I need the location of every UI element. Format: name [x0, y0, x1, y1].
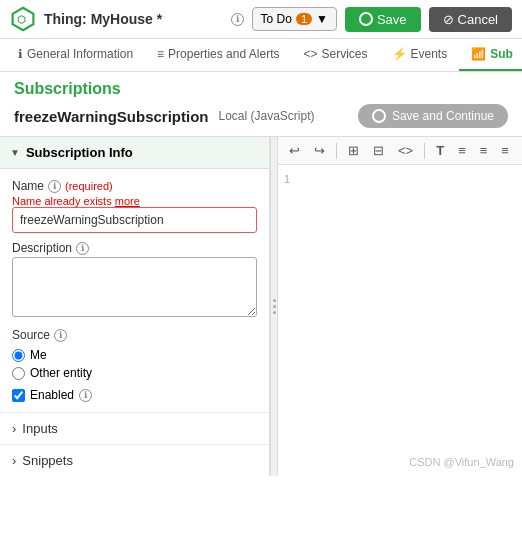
thing-logo: ⬡: [10, 6, 36, 32]
snippets-label: Snippets: [22, 453, 73, 468]
snippets-section[interactable]: › Snippets: [0, 444, 269, 476]
watermark: CSDN @Vifun_Wang: [409, 456, 514, 468]
editor-area[interactable]: 1: [278, 165, 522, 476]
source-other-option[interactable]: Other entity: [12, 366, 257, 380]
required-label: (required): [65, 180, 113, 192]
source-info-icon[interactable]: ℹ: [54, 329, 67, 342]
save-button[interactable]: Save: [345, 7, 421, 32]
remove-block-button[interactable]: ⊟: [368, 141, 389, 160]
left-panel: ▼ Subscription Info Name ℹ (required) Na…: [0, 137, 270, 476]
inputs-section[interactable]: › Inputs: [0, 412, 269, 444]
source-label: Source ℹ: [12, 328, 257, 342]
toolbar-separator-1: [336, 143, 337, 159]
editor-toolbar: ↩ ↪ ⊞ ⊟ <> T ≡ ≡ ≡: [278, 137, 522, 165]
align-center-button[interactable]: ≡: [475, 141, 493, 160]
thing-title: Thing: MyHouse *: [44, 11, 223, 27]
subscription-name: freezeWarningSubscription: [14, 108, 208, 125]
tab-sub[interactable]: 📶 Sub: [459, 39, 522, 71]
source-other-radio[interactable]: [12, 367, 25, 380]
source-me-option[interactable]: Me: [12, 348, 257, 362]
source-me-radio[interactable]: [12, 349, 25, 362]
inputs-label: Inputs: [22, 421, 57, 436]
top-bar: ⬡ Thing: MyHouse * ℹ To Do 1 ▼ Save ⊘ Ca…: [0, 0, 522, 39]
enabled-field-group[interactable]: Enabled ℹ: [12, 388, 257, 402]
resize-handle[interactable]: [270, 137, 278, 476]
chevron-down-icon: ▼: [10, 147, 20, 158]
description-info-icon[interactable]: ℹ: [76, 242, 89, 255]
subscriptions-heading: Subscriptions: [0, 72, 522, 102]
general-icon: ℹ: [18, 47, 23, 61]
save-circle-icon: [359, 12, 373, 26]
svg-text:⬡: ⬡: [17, 14, 26, 25]
tab-services[interactable]: <> Services: [291, 39, 379, 71]
enabled-info-icon[interactable]: ℹ: [79, 389, 92, 402]
inputs-chevron-icon: ›: [12, 421, 16, 436]
tab-properties[interactable]: ≡ Properties and Alerts: [145, 39, 291, 71]
resize-dot-1: [273, 299, 276, 302]
description-input[interactable]: [12, 257, 257, 317]
align-right-button[interactable]: ≡: [496, 141, 514, 160]
enabled-label: Enabled: [30, 388, 74, 402]
thing-info-icon[interactable]: ℹ: [231, 13, 244, 26]
description-label: Description ℹ: [12, 241, 257, 255]
text-format-button[interactable]: T: [431, 141, 449, 160]
cancel-icon: ⊘: [443, 12, 454, 27]
subscription-row: freezeWarningSubscription Local (JavaScr…: [0, 102, 522, 136]
source-field-group: Source ℹ Me Other entity: [12, 328, 257, 380]
properties-icon: ≡: [157, 47, 164, 61]
align-left-button[interactable]: ≡: [453, 141, 471, 160]
right-panel: ↩ ↪ ⊞ ⊟ <> T ≡ ≡ ≡ 1 CSDN @Vifun_Wang: [278, 137, 522, 476]
todo-label: To Do: [261, 12, 292, 26]
undo-button[interactable]: ↩: [284, 141, 305, 160]
cancel-button[interactable]: ⊘ Cancel: [429, 7, 512, 32]
todo-button[interactable]: To Do 1 ▼: [252, 7, 337, 31]
subscription-info-body: Name ℹ (required) Name already exists mo…: [0, 169, 269, 412]
insert-block-button[interactable]: ⊞: [343, 141, 364, 160]
main-split: ▼ Subscription Info Name ℹ (required) Na…: [0, 136, 522, 476]
resize-dot-2: [273, 305, 276, 308]
resize-dot-3: [273, 311, 276, 314]
name-label: Name ℹ (required): [12, 179, 257, 193]
save-continue-icon: [372, 109, 386, 123]
subscription-info-label: Subscription Info: [26, 145, 133, 160]
subscription-type: Local (JavaScript): [218, 109, 314, 123]
save-continue-button[interactable]: Save and Continue: [358, 104, 508, 128]
error-more-link[interactable]: more: [115, 195, 140, 207]
sub-icon: 📶: [471, 47, 486, 61]
toolbar-separator-2: [424, 143, 425, 159]
code-button[interactable]: <>: [393, 141, 418, 160]
line-number: 1: [284, 173, 290, 185]
subscription-info-header[interactable]: ▼ Subscription Info: [0, 137, 269, 169]
todo-chevron-icon: ▼: [316, 12, 328, 26]
description-field-group: Description ℹ: [12, 241, 257, 320]
events-icon: ⚡: [392, 47, 407, 61]
todo-badge: 1: [296, 13, 312, 25]
name-field-group: Name ℹ (required) Name already exists mo…: [12, 179, 257, 233]
name-error: Name already exists more: [12, 195, 257, 207]
tab-general[interactable]: ℹ General Information: [6, 39, 145, 71]
name-input[interactable]: [12, 207, 257, 233]
nav-tabs: ℹ General Information ≡ Properties and A…: [0, 39, 522, 72]
enabled-checkbox[interactable]: [12, 389, 25, 402]
name-info-icon[interactable]: ℹ: [48, 180, 61, 193]
services-icon: <>: [303, 47, 317, 61]
page-content: Subscriptions freezeWarningSubscription …: [0, 72, 522, 136]
redo-button[interactable]: ↪: [309, 141, 330, 160]
tab-events[interactable]: ⚡ Events: [380, 39, 460, 71]
snippets-chevron-icon: ›: [12, 453, 16, 468]
